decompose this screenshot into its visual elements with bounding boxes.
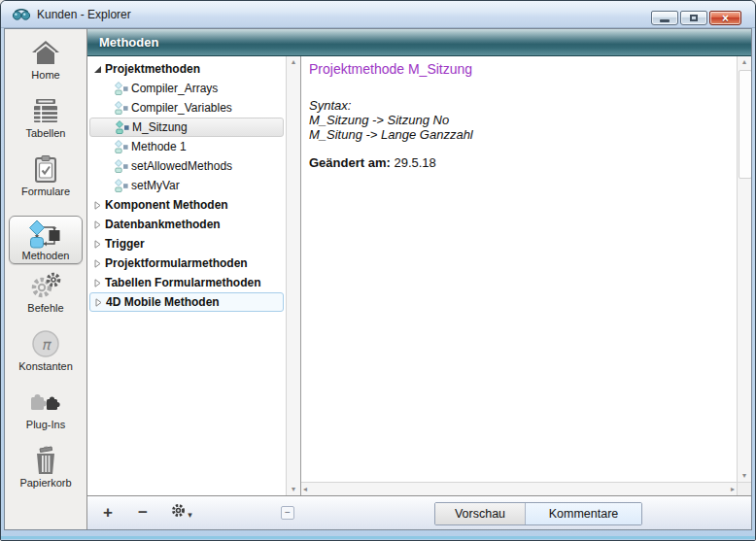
sidebar-item-befehle[interactable]: Befehle: [7, 270, 85, 328]
tree-item-m-sitzung-selected[interactable]: M_Sitzung: [89, 118, 284, 137]
options-menu-button[interactable]: ▾: [165, 501, 198, 524]
collapse-panel-button[interactable]: −: [281, 506, 294, 520]
tree-scrollbar[interactable]: ▴ ▾: [286, 56, 300, 495]
commands-icon: [30, 270, 61, 301]
minus-icon: −: [138, 503, 148, 523]
modified-label: Geändert am:: [309, 155, 391, 170]
tree-group-label: Komponent Methoden: [105, 198, 228, 212]
scroll-up-icon[interactable]: ▴: [742, 56, 746, 68]
bottom-toolbar: + − ▾ −: [87, 496, 751, 529]
titlebar[interactable]: Kunden - Explorer ×: [1, 1, 755, 28]
chevron-right-icon: [89, 240, 105, 249]
methods-icon: [29, 220, 62, 249]
detail-panel: Projektmethode M_Sitzung Syntax: M_Sitzu…: [300, 56, 751, 495]
detail-horizontal-scrollbar[interactable]: ◂ ▸: [301, 482, 737, 495]
chevron-right-icon: [89, 201, 105, 210]
tree-group-projektformularmethoden[interactable]: Projektformularmethoden: [89, 254, 284, 273]
syntax-label: Syntax:: [309, 98, 729, 113]
chevron-right-icon: [90, 298, 106, 307]
tree-item-compiler-variables[interactable]: Compiler_Variables: [89, 98, 284, 118]
sidebar-item-konstanten[interactable]: π Konstanten: [7, 328, 85, 387]
tree-group-label: Projektformularmethoden: [105, 256, 248, 270]
tab-kommentare[interactable]: Kommentare: [526, 503, 641, 524]
tree-item-label: setMyVar: [131, 179, 180, 192]
method-icon: [116, 120, 132, 134]
modified-line: Geändert am: 29.5.18: [309, 155, 729, 170]
sidebar-item-methoden[interactable]: Methoden: [9, 216, 83, 264]
chevron-right-icon: [89, 259, 105, 268]
sidebar-item-label: Befehle: [27, 302, 63, 314]
sidebar-item-label: Tabellen: [26, 127, 66, 139]
tree-item-label: Compiler_Arrays: [131, 82, 218, 95]
scroll-right-icon[interactable]: ▸: [731, 484, 735, 495]
scroll-down-icon[interactable]: ▾: [292, 484, 295, 495]
add-method-button[interactable]: +: [95, 501, 120, 524]
scroll-up-icon[interactable]: ▴: [292, 56, 295, 68]
tree-item-setallowedmethods[interactable]: setAllowedMethods: [89, 156, 284, 176]
tree-item-methode-1[interactable]: Methode 1: [89, 137, 284, 156]
tree-group-projektmethoden[interactable]: Projektmethoden: [89, 59, 284, 79]
tree-group-datenbankmethoden[interactable]: Datenbankmethoden: [89, 215, 284, 234]
tree-item-setmyvar[interactable]: setMyVar: [89, 176, 284, 195]
tree-group-label: Tabellen Formularmethoden: [105, 276, 260, 289]
sidebar-item-plugins[interactable]: Plug-Ins: [7, 387, 85, 445]
chevron-expanded-icon: [89, 65, 105, 74]
detail-title: Projektmethode M_Sitzung: [309, 61, 729, 77]
scroll-left-icon[interactable]: ◂: [303, 484, 307, 495]
pi-icon: π: [31, 328, 60, 359]
caption-buttons: ×: [651, 11, 741, 25]
syntax-line: M_Situng -> Lange Ganzzahl: [309, 127, 729, 142]
detail-vertical-scrollbar[interactable]: ▴ ▾: [737, 56, 751, 482]
method-icon: [115, 82, 131, 95]
method-icon: [115, 140, 131, 153]
restore-button[interactable]: [680, 11, 707, 25]
sidebar-item-tabellen[interactable]: Tabellen: [7, 95, 85, 153]
tables-icon: [32, 95, 59, 126]
methods-tree: Projektmethoden Compiler_Arrays: [87, 56, 300, 495]
tree-group-tabellen-formularmethoden[interactable]: Tabellen Formularmethoden: [89, 273, 284, 292]
panel-header: Methoden: [87, 29, 751, 56]
window-title: Kunden - Explorer: [37, 8, 131, 21]
minimize-button[interactable]: [651, 11, 678, 25]
tab-label: Kommentare: [549, 507, 619, 521]
close-button[interactable]: ×: [709, 11, 741, 25]
tab-vorschau[interactable]: Vorschau: [435, 503, 526, 524]
tree-group-trigger[interactable]: Trigger: [89, 234, 284, 254]
window-frame: Home Tabellen: [1, 28, 755, 540]
binoculars-icon: [13, 9, 30, 20]
trash-icon: [33, 445, 58, 476]
sidebar-item-formulare[interactable]: Formulare: [7, 153, 85, 212]
remove-method-button[interactable]: −: [130, 501, 155, 524]
sidebar: Home Tabellen: [5, 29, 87, 529]
method-icon: [115, 101, 131, 115]
chevron-right-icon: [89, 220, 105, 229]
sidebar-item-label: Papierkorb: [19, 477, 71, 489]
scrollbar-corner: [737, 482, 751, 495]
sidebar-item-label: Home: [31, 69, 59, 81]
panel-header-title: Methoden: [99, 35, 158, 50]
home-icon: [31, 37, 60, 68]
method-icon: [115, 179, 131, 192]
tree-item-label: M_Sitzung: [132, 120, 188, 134]
view-mode-segmented-control: Vorschau Kommentare: [434, 502, 642, 525]
puzzle-icon: [30, 387, 61, 418]
scroll-down-icon[interactable]: ▾: [742, 470, 746, 482]
tree-group-komponent-methoden[interactable]: Komponent Methoden: [89, 195, 284, 215]
scrollbar-thumb[interactable]: [739, 70, 751, 179]
tree-group-label: Datenbankmethoden: [105, 218, 221, 231]
method-icon: [115, 159, 131, 173]
sidebar-item-label: Plug-Ins: [26, 419, 65, 430]
tree-group-label: Projektmethoden: [105, 62, 200, 76]
gear-icon: [171, 503, 186, 523]
sidebar-item-home[interactable]: Home: [7, 37, 85, 95]
sidebar-item-label: Formulare: [21, 186, 70, 197]
tree-item-compiler-arrays[interactable]: Compiler_Arrays: [89, 79, 284, 98]
caret-down-icon: ▾: [188, 510, 192, 520]
sidebar-item-papierkorb[interactable]: Papierkorb: [7, 445, 85, 503]
tree-group-4d-mobile-methoden[interactable]: 4D Mobile Methoden: [89, 292, 284, 312]
syntax-line: M_Sitzung -> Sitzung No: [309, 113, 729, 127]
close-icon: ×: [722, 13, 729, 24]
forms-icon: [34, 153, 57, 185]
tree-item-label: Compiler_Variables: [131, 101, 232, 115]
tree-group-label: Trigger: [105, 237, 145, 251]
